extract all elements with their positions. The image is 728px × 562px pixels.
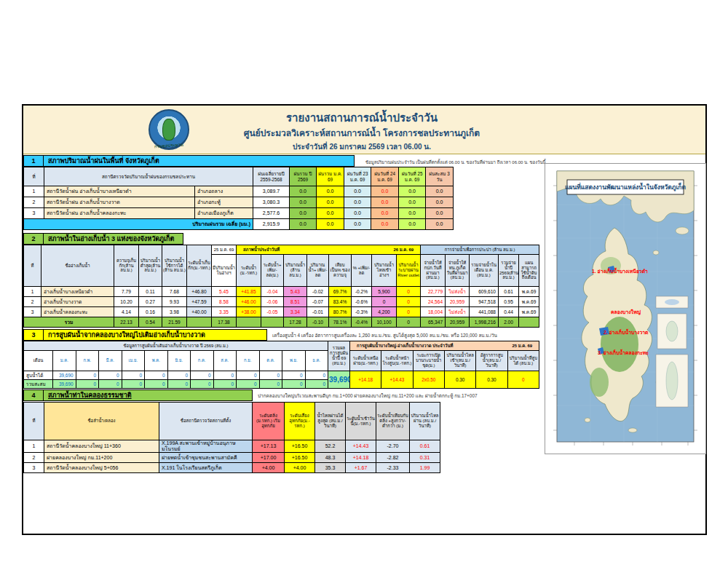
cell: 0 (122, 371, 145, 380)
cell: 0.44 (499, 307, 519, 317)
cell: 0 (213, 371, 237, 380)
cell (261, 317, 284, 328)
cell: สถานีตรวจวัดปริมาณน้ำฝนของกรมชลประทาน (44, 167, 253, 186)
cell: สูบน้ำได้ (24, 371, 53, 380)
report-page: กรมชลประทาน รายงานสถานการณ์น้ำประจำวัน ศ… (0, 0, 728, 562)
cell: 0.61 (499, 287, 519, 297)
cell: 2 (24, 297, 41, 307)
cell: รวมสะสม (24, 380, 53, 389)
cell: พ.ค. (145, 351, 168, 371)
cell: 80.7% (329, 307, 352, 317)
cell: ที่ (24, 167, 44, 186)
cell: ฝนสะสม 3 วัน (426, 167, 454, 186)
report-frame: กรมชลประทาน รายงานสถานการณ์น้ำประจำวัน ศ… (22, 104, 707, 535)
cell: แผนสามารถใช้น้ำดิบถึงเดือน (519, 255, 539, 287)
cell: อ่างเก็บน้ำบางเหนียวดำ (41, 287, 114, 297)
section4-title: สภาพน้ำท่าในคลองธรรมชาติ (44, 389, 253, 401)
cell: ส.ค. (213, 351, 237, 371)
cell: ฝนวันที่ 24 ม.ค. 69 (371, 167, 399, 186)
cell: -0.4% (352, 317, 372, 328)
cell: 8.58 (212, 297, 237, 307)
cell: -2.70 (376, 440, 410, 453)
cell: 0 (122, 380, 145, 389)
band-daily-label: สภาพน้ำประจำวันที่ (243, 248, 280, 253)
cell: 0 (99, 371, 122, 380)
cell: 1 (24, 440, 44, 453)
cell: 0 (282, 380, 306, 389)
cell: 0.11 (139, 287, 162, 297)
cell: ไม่ส่งน้ำ (446, 287, 470, 297)
cell: 24,564 (421, 297, 446, 307)
table-row: 1สถานีวัดน้ำคลองบางใหญ่ 11+360X.199A สะพ… (24, 440, 440, 453)
cell: 17.28 (284, 317, 307, 328)
cell: 0.61 (410, 440, 440, 453)
cell: 0.0 (371, 219, 399, 230)
cell: 0.27 (139, 297, 162, 307)
cell: 0.0 (290, 208, 317, 219)
table-row: 3สถานีวัดน้ำคลองบางใหญ่ 5+056X.191 ในโรง… (24, 463, 440, 473)
cell: 20,959 (446, 317, 470, 328)
rainfall-total-row: ปริมาณฝนรวม เฉลี่ย (มม.)2,915.9 0.00.00.… (24, 219, 454, 230)
cell: สถานีวัดน้ำคลองบางใหญ่ 11+360 (44, 440, 159, 453)
cell: ต.ค. (259, 351, 282, 371)
cell: ฝนเฉลี่ยรายปี 2559-2568 (253, 167, 290, 186)
cell: พ.ย. (282, 351, 306, 371)
cell: สถานีวัดน้ำคลองบางใหญ่ 5+056 (44, 463, 159, 473)
cell: อ่างเก็บน้ำบางวาด (41, 297, 114, 307)
cell: ระดับน้ำเหนือฝาย(ม.-รทก.) (350, 351, 381, 371)
cell: ระดับน้ำหน้าโรงสูบ(ม.-รทก.) (381, 351, 413, 371)
cell: -2.33 (376, 463, 410, 473)
cell: 3,089.7 (253, 186, 290, 197)
cell: 0.0 (344, 197, 371, 208)
band-daily: สภาพน้ำประจำวันที่26 ม.ค. 69 (237, 245, 421, 255)
cell: +14.43 (381, 371, 413, 389)
cell: -0.6% (352, 297, 372, 307)
cell: 48.3 (315, 453, 346, 463)
cell: ไม่ส่งน้ำ (446, 307, 470, 317)
cell: 1 (24, 287, 41, 297)
cell: 18,004 (421, 307, 446, 317)
cell: 609,610 (470, 287, 499, 297)
cell: 0.0 (426, 219, 454, 230)
cell: ฝายคลองบางใหญ่ กม.11+200 (44, 453, 159, 463)
cell: 0.0 (290, 197, 317, 208)
table-row: 1อ่างเก็บน้ำบางเหนียวดำ7.790.117.68+46.8… (24, 287, 539, 297)
cell: 0.0 (371, 186, 399, 197)
cell: 0.0 (317, 219, 344, 230)
cell: ที่ (24, 245, 41, 287)
cell: 10,100 (372, 317, 397, 328)
cell: 0 (145, 371, 168, 380)
cell: 0 (397, 317, 421, 328)
section3-header: 3 การสูบผันน้ำจากคลองบางใหญ่ไปเติมอ่างเก… (23, 329, 267, 341)
cell: 0 (167, 380, 191, 389)
cell: 0 (397, 297, 421, 307)
cell: พ.ค.69 (519, 287, 539, 297)
band-daily-date: 26 ม.ค. 69 (394, 248, 414, 253)
cell: +14.18 (350, 371, 381, 389)
cell: ชื่ออ่างเก็บน้ำ (41, 245, 114, 287)
cell: 0.0 (426, 208, 454, 219)
cell: ปริมาณน้ำ+ เพิ่ม/-ลด (307, 255, 329, 287)
cell: 3.34 (284, 307, 307, 317)
pumping-total-header: รวมผลการสูบผันน้ำปี 69 (ลบ.ม.) (328, 341, 350, 371)
cell: ระดับน้ำ+ เพิ่ม/-ลด(ม.) (261, 255, 284, 287)
cell: 0.0 (290, 219, 317, 230)
cell: 0 (76, 380, 99, 389)
section3-title: การสูบผันน้ำจากคลองบางใหญ่ไปเติมอ่างเก็บ… (44, 329, 267, 341)
cell: 3 (24, 463, 44, 473)
cell: 5.43 (284, 287, 307, 297)
cell: 0.0 (426, 186, 454, 197)
cell: 947,518 (470, 297, 499, 307)
pumping-caption-row: ข้อมูลการสูบผันน้ำเติมอ่างเก็บน้ำบางวาด … (24, 341, 539, 351)
cell (519, 317, 539, 328)
map-title: แผนที่แสดงงานพัฒนาแหล่งน้ำในจังหวัดภูเก็… (565, 182, 686, 191)
cell: ระดับน้ำเช้าวันนี้(ม.-รทก.) (346, 403, 376, 440)
cell: X.191 ในโรงเรียนสตรีภูเก็ต (159, 463, 253, 473)
cell: ปริมาณน้ำ (ล้าน ลบ.ม.) (284, 255, 307, 287)
cell: ปริมาณน้ำที่สูบได้ (ลบ.ม.) (507, 351, 539, 371)
cell: 0.0 (317, 208, 344, 219)
cell: 0.0 (399, 197, 426, 208)
cell: 0 (99, 380, 122, 389)
cell: เดือน (24, 351, 53, 371)
phuket-map: แผนที่แสดงงานพัฒนาแหล่งน้ำในจังหวัดภูเก็… (545, 164, 705, 454)
